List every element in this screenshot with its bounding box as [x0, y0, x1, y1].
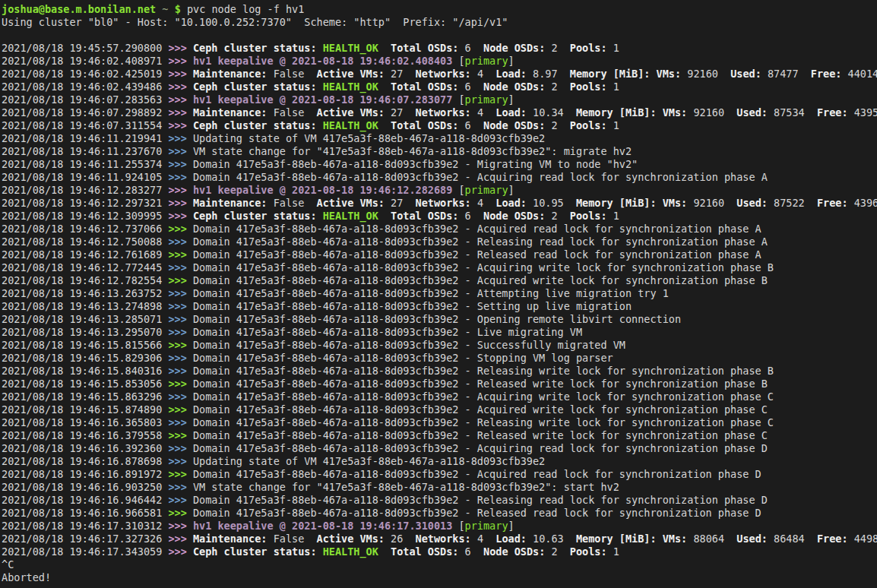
- log-arrow-icon: >>>: [168, 455, 193, 467]
- log-arrow-icon: >>>: [168, 93, 193, 106]
- log-arrow-icon: >>>: [168, 145, 193, 157]
- log-line: 2021/08/18 19:46:17.343059 >>> Ceph clus…: [2, 545, 877, 558]
- log-arrow-icon: >>>: [168, 313, 193, 325]
- log-line: 2021/08/18 19:46:12.782554 >>> Domain 41…: [2, 274, 877, 287]
- log-line: 2021/08/18 19:46:11.255374 >>> Domain 41…: [2, 158, 877, 171]
- log-arrow-icon: >>>: [168, 261, 193, 273]
- log-line: 2021/08/18 19:46:12.772445 >>> Domain 41…: [2, 261, 877, 274]
- log-line: 2021/08/18 19:46:16.365803 >>> Domain 41…: [2, 416, 877, 429]
- log-arrow-icon: >>>: [168, 68, 193, 80]
- typed-command: pvc node log -f hv1: [187, 3, 304, 15]
- log-arrow-icon: >>>: [168, 171, 193, 183]
- log-arrow-icon: >>>: [168, 248, 193, 261]
- log-arrow-icon: >>>: [168, 481, 193, 493]
- log-line: 2021/08/18 19:46:16.878698 >>> Updating …: [2, 455, 877, 468]
- log-line: 2021/08/18 19:46:12.761689 >>> Domain 41…: [2, 248, 877, 261]
- log-arrow-icon: >>>: [168, 378, 193, 390]
- log-arrow-icon: >>>: [168, 326, 193, 338]
- log-line: 2021/08/18 19:46:16.946442 >>> Domain 41…: [2, 494, 877, 507]
- log-line: 2021/08/18 19:46:12.297321 >>> Maintenan…: [2, 197, 877, 210]
- log-line: 2021/08/18 19:46:17.310312 >>> hv1 keepa…: [2, 520, 877, 533]
- log-arrow-icon: >>>: [168, 520, 193, 532]
- log-line: 2021/08/18 19:46:12.309995 >>> Ceph clus…: [2, 210, 877, 223]
- log-arrow-icon: >>>: [168, 442, 193, 454]
- log-line: 2021/08/18 19:46:02.439486 >>> Ceph clus…: [2, 81, 877, 93]
- log-arrow-icon: >>>: [168, 352, 193, 364]
- log-line: 2021/08/18 19:46:07.283563 >>> hv1 keepa…: [2, 93, 877, 106]
- log-line: 2021/08/18 19:46:13.263752 >>> Domain 41…: [2, 287, 877, 300]
- log-arrow-icon: >>>: [168, 416, 193, 428]
- log-arrow-icon: >>>: [168, 390, 193, 403]
- log-arrow-icon: >>>: [168, 119, 193, 131]
- prompt-user-host: joshua@base.m.bonilan.net: [2, 3, 156, 15]
- log-arrow-icon: >>>: [168, 158, 193, 170]
- log-arrow-icon: >>>: [168, 184, 193, 196]
- log-line: 2021/08/18 19:46:15.863296 >>> Domain 41…: [2, 390, 877, 403]
- log-arrow-icon: >>>: [168, 42, 193, 54]
- prompt-line: joshua@base.m.bonilan.net ~ $ pvc node l…: [2, 3, 877, 16]
- log-arrow-icon: >>>: [168, 197, 193, 209]
- log-line: 2021/08/18 19:46:15.829306 >>> Domain 41…: [2, 352, 877, 365]
- log-line: 2021/08/18 19:46:11.924105 >>> Domain 41…: [2, 171, 877, 184]
- log-line: 2021/08/18 19:46:13.295070 >>> Domain 41…: [2, 326, 877, 339]
- log-line: 2021/08/18 19:46:16.392360 >>> Domain 41…: [2, 442, 877, 455]
- aborted-line: Aborted!: [2, 571, 877, 584]
- log-arrow-icon: >>>: [168, 274, 193, 286]
- log-arrow-icon: >>>: [168, 468, 193, 480]
- log-arrow-icon: >>>: [168, 545, 193, 558]
- log-arrow-icon: >>>: [168, 81, 193, 93]
- log-line: 2021/08/18 19:46:15.815566 >>> Domain 41…: [2, 339, 877, 352]
- log-line: 2021/08/18 19:46:07.298892 >>> Maintenan…: [2, 106, 877, 119]
- log-line: 2021/08/18 19:46:02.425019 >>> Maintenan…: [2, 68, 877, 81]
- log-arrow-icon: >>>: [168, 223, 193, 235]
- log-line: 2021/08/18 19:46:16.903250 >>> VM state …: [2, 481, 877, 494]
- log-line: 2021/08/18 19:46:11.237670 >>> VM state …: [2, 145, 877, 158]
- log-arrow-icon: >>>: [168, 339, 193, 351]
- log-line: 2021/08/18 19:46:12.737066 >>> Domain 41…: [2, 223, 877, 236]
- log-arrow-icon: >>>: [168, 507, 193, 519]
- log-line: 2021/08/18 19:46:17.327326 >>> Maintenan…: [2, 533, 877, 545]
- log-line: 2021/08/18 19:46:15.840316 >>> Domain 41…: [2, 365, 877, 378]
- log-arrow-icon: >>>: [168, 403, 193, 416]
- log-arrow-icon: >>>: [168, 365, 193, 377]
- cluster-info-line: Using cluster "bl0" - Host: "10.100.0.25…: [2, 16, 877, 29]
- log-line: 2021/08/18 19:46:15.874890 >>> Domain 41…: [2, 403, 877, 416]
- log-arrow-icon: >>>: [168, 55, 193, 67]
- log-arrow-icon: >>>: [168, 106, 193, 119]
- prompt-symbol: $: [175, 3, 181, 15]
- log-line: 2021/08/18 19:46:12.283277 >>> hv1 keepa…: [2, 184, 877, 197]
- log-arrow-icon: >>>: [168, 494, 193, 506]
- interrupt-line: ^C: [2, 558, 877, 571]
- log-arrow-icon: >>>: [168, 236, 193, 248]
- log-line: 2021/08/18 19:46:15.853056 >>> Domain 41…: [2, 378, 877, 390]
- log-line: 2021/08/18 19:46:07.311554 >>> Ceph clus…: [2, 119, 877, 132]
- log-line: 2021/08/18 19:46:16.891972 >>> Domain 41…: [2, 468, 877, 481]
- blank-line: [2, 29, 877, 42]
- log-line: 2021/08/18 19:46:13.274898 >>> Domain 41…: [2, 300, 877, 313]
- log-arrow-icon: >>>: [168, 287, 193, 299]
- log-line: 2021/08/18 19:46:13.285071 >>> Domain 41…: [2, 313, 877, 326]
- terminal-window[interactable]: joshua@base.m.bonilan.net ~ $ pvc node l…: [0, 0, 877, 588]
- log-line: 2021/08/18 19:46:02.408971 >>> hv1 keepa…: [2, 55, 877, 68]
- log-arrow-icon: >>>: [168, 429, 193, 441]
- log-arrow-icon: >>>: [168, 533, 193, 545]
- log-line: 2021/08/18 19:46:11.219941 >>> Updating …: [2, 132, 877, 145]
- log-arrow-icon: >>>: [168, 300, 193, 312]
- log-line: 2021/08/18 19:46:16.379558 >>> Domain 41…: [2, 429, 877, 442]
- log-arrow-icon: >>>: [168, 210, 193, 222]
- log-line: 2021/08/18 19:46:16.966581 >>> Domain 41…: [2, 507, 877, 520]
- log-arrow-icon: >>>: [168, 132, 193, 144]
- log-line: 2021/08/18 19:46:12.750088 >>> Domain 41…: [2, 236, 877, 248]
- log-line: 2021/08/18 19:45:57.290800 >>> Ceph clus…: [2, 42, 877, 55]
- log-output: 2021/08/18 19:45:57.290800 >>> Ceph clus…: [2, 42, 877, 558]
